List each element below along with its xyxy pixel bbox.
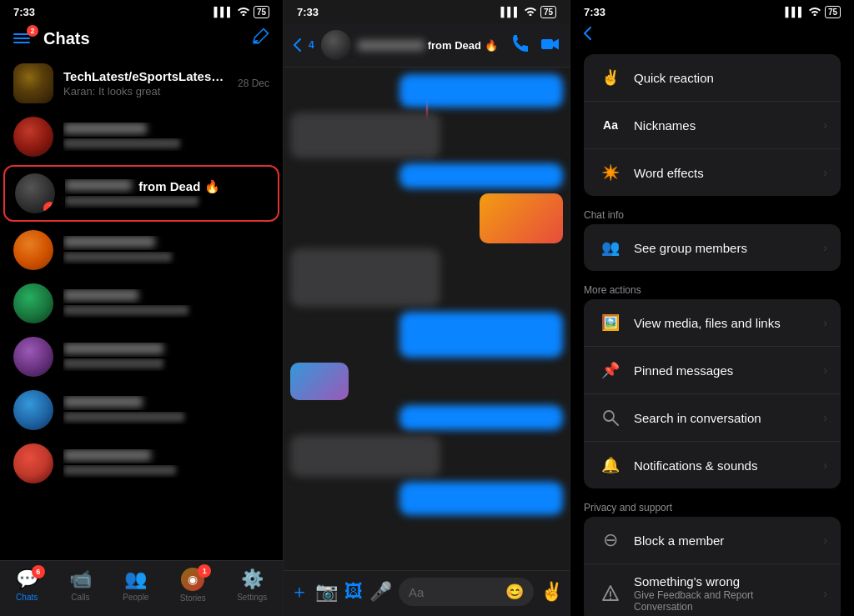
quick-reaction-row[interactable]: ✌️ Quick reaction [584,54,841,102]
phone-button[interactable] [511,35,528,56]
right-back-button[interactable] [584,27,592,44]
chat-info-section: Chat info 👥 See group members › [570,203,854,271]
chat-item-blur2[interactable] [0,223,283,277]
search-conversation-row[interactable]: Search in conversation › [584,394,841,442]
chat-content-blur3 [63,289,269,318]
pinned-messages-row[interactable]: 📌 Pinned messages › [584,347,841,394]
pinned-messages-text: Pinned messages [634,363,813,378]
emoji-button[interactable]: 😊 [505,583,524,601]
right-header [570,23,854,51]
compose-icon[interactable] [251,28,269,50]
chats-title: Chats [43,29,90,48]
tab-chats[interactable]: 💬 6 Chats [16,568,38,602]
chat-content-highlighted: from Dead 🔥 [65,179,268,208]
nicknames-row[interactable]: Aa Nicknames › [584,102,841,149]
chat-preview-blur1 [63,138,269,151]
chat-item-blur6[interactable] [0,437,283,490]
quick-reaction-title: Quick reaction [634,71,827,85]
gallery-button[interactable]: 🖼 [344,581,363,603]
block-text: Block a member [634,533,813,548]
mid-battery-icon: 75 [540,6,556,18]
chat-name-techlatest: TechLatest/eSportsLatest Team [63,69,228,83]
notifications-icon: 🔔 [597,452,624,478]
tab-people[interactable]: 👥 People [123,568,148,602]
chat-preview-blur3 [63,305,269,318]
chat-item-blur1[interactable] [0,110,283,163]
privacy-section: Privacy and support ⊖ Block a member › [570,495,854,616]
somethings-wrong-row[interactable]: Something's wrong Give Feedback and Repo… [584,564,841,616]
tab-settings[interactable]: ⚙️ Settings [237,568,267,602]
message-input-field[interactable]: Aa 😊 [399,578,534,606]
notifications-sounds-row[interactable]: 🔔 Notifications & sounds › [584,442,841,488]
block-member-row[interactable]: ⊖ Block a member › [584,517,841,564]
chat-item-blur5[interactable] [0,383,283,437]
somethings-wrong-subtitle: Give Feedback and Report Conversation [634,589,813,613]
quick-reaction-icon: ✌️ [597,64,624,91]
privacy-label: Privacy and support [570,495,854,517]
msg-6 [399,405,563,430]
left-status-bar: 7:33 ▌▌▌ 75 [0,0,283,23]
stories-tab-label: Stories [180,593,206,603]
word-effects-row[interactable]: ✴️ Word effects › [584,149,841,196]
mid-wifi-icon [524,6,537,18]
middle-status-icons: ▌▌▌ 75 [500,6,556,18]
left-time: 7:33 [13,6,35,18]
mic-button[interactable]: 🎤 [369,581,392,603]
pin-indicator: 📍 [43,202,55,213]
chat-item-techlatest[interactable]: TechLatest/eSportsLatest Team Karan: It … [0,57,283,110]
chats-header: 2 Chats [0,23,283,57]
tab-stories[interactable]: ◉ 1 Stories [180,568,206,603]
tab-bar: 💬 6 Chats 📹 Calls 👥 People ◉ 1 Stories [0,560,283,616]
add-button[interactable]: ＋ [290,579,309,604]
chat-content-blur6 [63,449,269,478]
nicknames-chevron: › [823,118,827,132]
header-name: from Dead 🔥 [358,39,505,52]
chat-name-blur3 [63,289,269,303]
right-signal-icon: ▌▌▌ [785,7,804,17]
chat-name-blur1 [63,123,269,137]
pinned-messages-icon: 📌 [597,357,624,383]
chat-item-blur4[interactable] [0,330,283,383]
word-effects-text: Word effects [634,166,813,180]
chat-item-blur3[interactable] [0,277,283,330]
chat-preview-highlighted [65,196,268,208]
back-button[interactable] [294,38,302,52]
video-button[interactable] [541,36,560,55]
privacy-card: ⊖ Block a member › [584,517,841,616]
chat-item-highlighted[interactable]: 📍 from Dead 🔥 [3,165,279,222]
header-actions [511,35,560,56]
group-members-text: See group members [634,241,813,255]
settings-content: ✌️ Quick reaction Aa Nicknames › ✴️ Word… [570,51,854,616]
somethings-wrong-title: Something's wrong [634,574,813,588]
menu-icon[interactable]: 2 [13,27,37,50]
somethings-wrong-chevron: › [823,587,827,600]
people-tab-label: People [123,593,148,602]
settings-tab-icon: ⚙️ [241,568,264,590]
chat-preview-blur5 [63,412,269,424]
avatar-techlatest [13,63,53,103]
svg-line-5 [613,420,618,425]
msg-image-left [290,363,349,400]
warning-icon [597,580,624,607]
svg-rect-0 [253,43,259,44]
camera-button[interactable]: 📷 [315,581,338,603]
block-chevron: › [823,533,827,547]
pinned-messages-title: Pinned messages [634,363,813,378]
more-actions-section: More actions 🖼️ View media, files and li… [570,278,854,488]
middle-panel: 7:33 ▌▌▌ 75 4 [284,0,570,616]
right-status-icons: ▌▌▌ 75 [785,6,841,18]
see-group-members-row[interactable]: 👥 See group members › [584,224,841,271]
peace-button[interactable]: ✌️ [540,581,563,603]
somethings-wrong-text: Something's wrong Give Feedback and Repo… [634,574,813,613]
msg-image-right [480,193,563,243]
tab-calls[interactable]: 📹 Calls [69,568,92,602]
chat-content-techlatest: TechLatest/eSportsLatest Team Karan: It … [63,69,228,98]
msg-1 [399,74,563,108]
view-media-row[interactable]: 🖼️ View media, files and links › [584,299,841,347]
right-wifi-icon [808,6,821,18]
people-count: 4 [309,39,314,51]
notifications-chevron: › [823,458,827,472]
chats-tab-badge: 6 [32,565,45,578]
middle-status-bar: 7:33 ▌▌▌ 75 [284,0,570,23]
word-effects-chevron: › [823,166,827,179]
